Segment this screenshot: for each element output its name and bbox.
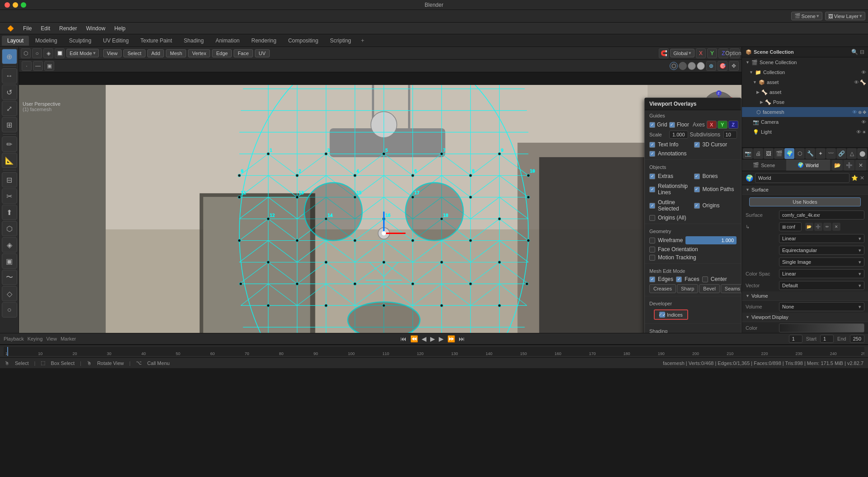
view-menu[interactable]: View: [103, 49, 122, 57]
tab-texture-paint[interactable]: Texture Paint: [135, 36, 178, 46]
view-menu-pb[interactable]: View: [46, 336, 57, 341]
indices-button[interactable]: ✓ Indices: [654, 309, 688, 320]
con-open-icon[interactable]: 📂: [805, 223, 813, 231]
loop-cut-button[interactable]: ⊟: [2, 172, 17, 187]
new-world-icon[interactable]: ➕: [844, 160, 854, 171]
mesh-menu[interactable]: Mesh: [166, 49, 186, 57]
light-eye[interactable]: 👁: [856, 129, 861, 135]
volume-section[interactable]: ▼ Volume: [742, 291, 868, 301]
asset-row[interactable]: ▼ 📦 asset 👁 🦴: [742, 77, 868, 87]
edges-checkbox[interactable]: [649, 276, 655, 282]
uv-menu[interactable]: UV: [255, 49, 270, 57]
start-frame-field[interactable]: 1: [820, 335, 834, 343]
color-picker-preview[interactable]: [779, 323, 864, 332]
volume-dropdown[interactable]: None: [779, 302, 864, 311]
faces-checkbox[interactable]: [676, 276, 682, 282]
bones-checkbox[interactable]: [694, 173, 700, 179]
origins-checkbox[interactable]: [694, 203, 700, 209]
axis-y-button[interactable]: Y: [718, 121, 727, 129]
linear-dropdown[interactable]: Linear: [779, 234, 864, 243]
axis-z-button[interactable]: Z: [728, 121, 738, 129]
con-delete-icon[interactable]: ✕: [832, 223, 840, 231]
wireframe-checkbox[interactable]: [649, 238, 655, 243]
gizmo-toggle[interactable]: 🎯: [718, 61, 727, 71]
snap-icon[interactable]: 🧲: [659, 48, 669, 58]
world-fake-user-icon[interactable]: ⭐: [851, 175, 858, 181]
header-icon4[interactable]: 🔲: [55, 48, 65, 58]
menu-edit[interactable]: Edit: [37, 24, 54, 33]
next-frame-button[interactable]: ▶: [439, 335, 444, 342]
jump-end-button[interactable]: ⏭: [459, 335, 465, 342]
menu-help[interactable]: Help: [111, 24, 129, 33]
header-icon3[interactable]: ◈: [43, 48, 53, 58]
solid-shading[interactable]: [679, 62, 687, 70]
constraints-tab[interactable]: 🔗: [836, 148, 846, 159]
bevel-tab[interactable]: Bevel: [699, 284, 720, 293]
creases-tab[interactable]: Creases: [649, 284, 676, 293]
facemesh-row[interactable]: ⬡ facemesh 👁 ⊕ ✥: [742, 107, 868, 117]
filter-collection-icon[interactable]: ⊟: [860, 49, 864, 55]
object-data-tab[interactable]: △: [847, 148, 857, 159]
motion-tracking-checkbox[interactable]: [649, 255, 655, 261]
object-props-tab[interactable]: ⬡: [795, 148, 805, 159]
world-unlink-icon[interactable]: ✕: [860, 175, 864, 181]
use-nodes-button[interactable]: Use Nodes: [749, 197, 861, 206]
maximize-button[interactable]: [21, 2, 26, 8]
bevel-button[interactable]: ◈: [2, 237, 17, 253]
annotate-tool-button[interactable]: ✏: [2, 136, 17, 152]
camera-eye[interactable]: 👁: [861, 119, 866, 125]
shear-button[interactable]: ◇: [2, 286, 17, 301]
prev-keyframe-button[interactable]: ⏪: [410, 335, 418, 342]
end-frame-field[interactable]: 250: [850, 335, 864, 343]
tab-animation[interactable]: Animation: [210, 36, 245, 46]
header-icon1[interactable]: ⬡: [21, 48, 31, 58]
rendered-shading[interactable]: [697, 62, 705, 70]
face-menu[interactable]: Face: [234, 49, 253, 57]
menu-render[interactable]: Render: [56, 24, 80, 33]
measure-tool-button[interactable]: 📐: [2, 153, 17, 168]
menu-file[interactable]: File: [19, 24, 35, 33]
collection-eye-icon[interactable]: 👁: [861, 70, 866, 75]
axis-x-button[interactable]: X: [707, 121, 717, 129]
edge-menu[interactable]: Edge: [212, 49, 232, 57]
tab-layout[interactable]: Layout: [2, 36, 29, 46]
x-axis-constraint[interactable]: X: [696, 48, 706, 58]
timeline-ruler[interactable]: 1 10 20 30 40 50 60 70 80 90 100 110 120…: [4, 347, 864, 356]
face-orientation-checkbox[interactable]: [649, 247, 655, 253]
mode-dropdown[interactable]: Edit Mode: [66, 49, 99, 57]
marker-menu[interactable]: Marker: [61, 336, 76, 341]
outline-selected-checkbox[interactable]: [649, 203, 655, 209]
equirectangular-dropdown[interactable]: Equirectangular: [779, 246, 864, 255]
select-mode-edge[interactable]: —: [33, 61, 43, 71]
keying-menu[interactable]: Keying: [28, 336, 43, 341]
overlays-toggle[interactable]: ⊛: [706, 61, 716, 71]
play-button[interactable]: ▶: [430, 335, 435, 342]
select-mode-vertex[interactable]: ·: [22, 61, 32, 71]
playback-menu[interactable]: Playback: [4, 336, 24, 341]
menu-blender[interactable]: 🔶: [4, 24, 18, 33]
scene-tab[interactable]: 🎬 Scene: [742, 159, 786, 171]
extrude-button[interactable]: ⬆: [2, 205, 17, 220]
facemesh-eye[interactable]: 👁: [852, 109, 857, 115]
pose-row[interactable]: ▶ 🦴 Pose: [742, 97, 868, 107]
floor-checkbox[interactable]: [669, 122, 675, 128]
text-info-checkbox[interactable]: [649, 142, 655, 148]
world-tab[interactable]: 🌍 World: [786, 159, 830, 171]
tab-sculpting[interactable]: Sculpting: [64, 36, 97, 46]
scale-tool-button[interactable]: ⤢: [2, 101, 17, 116]
particles-tab[interactable]: ✦: [816, 148, 826, 159]
indices-checkbox[interactable]: ✓: [659, 312, 665, 318]
fill-button[interactable]: ▣: [2, 253, 17, 269]
tab-compositing[interactable]: Compositing: [283, 36, 324, 46]
y-axis-constraint[interactable]: Y: [707, 48, 717, 58]
tab-shading[interactable]: Shading: [178, 36, 209, 46]
add-menu[interactable]: Add: [147, 49, 164, 57]
current-frame-field[interactable]: 1: [789, 335, 802, 343]
options-button[interactable]: Options: [730, 48, 740, 58]
vertex-menu[interactable]: Vertex: [188, 49, 210, 57]
world-props-tab[interactable]: 🌍: [784, 148, 794, 159]
delete-world-icon[interactable]: ✕: [855, 160, 866, 171]
select-menu[interactable]: Select: [123, 49, 145, 57]
camera-row[interactable]: 📷 Camera 👁: [742, 117, 868, 127]
con-new-icon[interactable]: ➕: [814, 223, 822, 231]
